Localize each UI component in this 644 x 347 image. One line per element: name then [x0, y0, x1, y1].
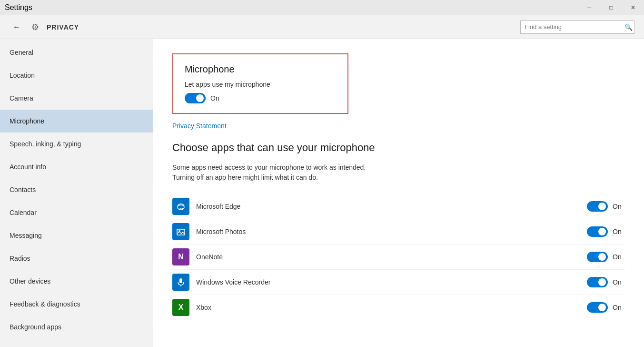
app-icon-xbox: X: [172, 299, 189, 316]
content-area: Microphone Let apps use my microphone On…: [153, 39, 644, 347]
app-toggle-onenote[interactable]: [587, 252, 608, 262]
app-row-voice-recorder: Windows Voice RecorderOn: [172, 270, 625, 295]
app-header: ← ⚙ PRIVACY 🔍: [0, 15, 644, 39]
app-toggle-label-edge: On: [613, 203, 622, 210]
app-toggle-label-onenote: On: [613, 253, 622, 261]
app-name-onenote: OneNote: [196, 253, 587, 261]
sidebar-item-speech[interactable]: Speech, inking, & typing: [0, 133, 153, 155]
sidebar: GeneralLocationCameraMicrophoneSpeech, i…: [0, 39, 153, 347]
app-icon-photos: [172, 223, 189, 240]
app-row-onenote: NOneNoteOn: [172, 245, 625, 270]
microphone-toggle-label: On: [210, 94, 219, 102]
app-toggle-label-xbox: On: [613, 304, 622, 311]
app-toggle-area-voice-recorder: On: [587, 277, 625, 287]
search-box: 🔍: [520, 20, 634, 34]
choose-apps-title: Choose apps that can use your microphone: [172, 141, 625, 155]
toggle-track: [185, 93, 206, 103]
titlebar-left: Settings: [5, 3, 32, 12]
app-row-edge: Microsoft EdgeOn: [172, 194, 625, 219]
sidebar-item-microphone[interactable]: Microphone: [0, 110, 153, 133]
app-toggle-label-photos: On: [613, 228, 622, 235]
microphone-top-section: Microphone Let apps use my microphone On: [172, 53, 348, 114]
app-name-photos: Microsoft Photos: [196, 228, 587, 235]
sidebar-item-feedback[interactable]: Feedback & diagnostics: [0, 293, 153, 316]
titlebar-controls: ─ □ ✕: [578, 0, 644, 15]
microphone-toggle-row: On: [185, 93, 336, 103]
sidebar-item-calendar[interactable]: Calendar: [0, 201, 153, 224]
choose-apps-desc: Some apps need access to your microphone…: [172, 163, 625, 183]
sidebar-item-location[interactable]: Location: [0, 64, 153, 87]
app-name-xbox: Xbox: [196, 304, 587, 311]
maximize-button[interactable]: □: [600, 0, 622, 15]
app-list: Microsoft EdgeOnMicrosoft PhotosOnNOneNo…: [172, 194, 625, 320]
app-toggle-photos[interactable]: [587, 226, 608, 237]
app-name-edge: Microsoft Edge: [196, 203, 587, 210]
sidebar-item-background-apps[interactable]: Background apps: [0, 316, 153, 338]
close-button[interactable]: ✕: [622, 0, 644, 15]
back-button[interactable]: ←: [10, 20, 24, 34]
sidebar-item-messaging[interactable]: Messaging: [0, 224, 153, 247]
app-toggle-area-xbox: On: [587, 302, 625, 313]
app-row-photos: Microsoft PhotosOn: [172, 219, 625, 245]
search-input[interactable]: [520, 20, 634, 34]
sidebar-item-account-info[interactable]: Account info: [0, 155, 153, 178]
microphone-subtitle: Let apps use my microphone: [185, 81, 336, 88]
microphone-toggle[interactable]: [185, 93, 206, 103]
app-icon-voice-recorder: [172, 274, 189, 291]
app-icon-edge: [172, 198, 189, 215]
gear-icon: ⚙: [31, 22, 39, 32]
app-name-voice-recorder: Windows Voice Recorder: [196, 278, 587, 286]
app-toggle-area-photos: On: [587, 226, 625, 237]
minimize-button[interactable]: ─: [578, 0, 600, 15]
svg-rect-1: [177, 229, 185, 235]
microphone-title: Microphone: [185, 64, 336, 75]
privacy-statement-link[interactable]: Privacy Statement: [172, 122, 227, 130]
app-toggle-area-onenote: On: [587, 252, 625, 262]
titlebar-title: Settings: [5, 3, 32, 12]
svg-rect-3: [179, 278, 182, 283]
app-toggle-voice-recorder[interactable]: [587, 277, 608, 287]
search-icon[interactable]: 🔍: [624, 23, 633, 31]
sidebar-item-radios[interactable]: Radios: [0, 247, 153, 270]
sidebar-item-camera[interactable]: Camera: [0, 87, 153, 110]
app-row-xbox: XXboxOn: [172, 295, 625, 320]
toggle-thumb: [196, 94, 204, 102]
sidebar-item-other-devices[interactable]: Other devices: [0, 270, 153, 293]
app-icon-onenote: N: [172, 248, 189, 265]
titlebar: Settings ─ □ ✕: [0, 0, 644, 15]
app-toggle-area-edge: On: [587, 201, 625, 212]
page-title: PRIVACY: [47, 23, 79, 31]
app-toggle-label-voice-recorder: On: [613, 278, 622, 286]
app-toggle-xbox[interactable]: [587, 302, 608, 313]
main-layout: GeneralLocationCameraMicrophoneSpeech, i…: [0, 39, 644, 347]
sidebar-item-contacts[interactable]: Contacts: [0, 178, 153, 201]
sidebar-item-general[interactable]: General: [0, 41, 153, 64]
app-toggle-edge[interactable]: [587, 201, 608, 212]
